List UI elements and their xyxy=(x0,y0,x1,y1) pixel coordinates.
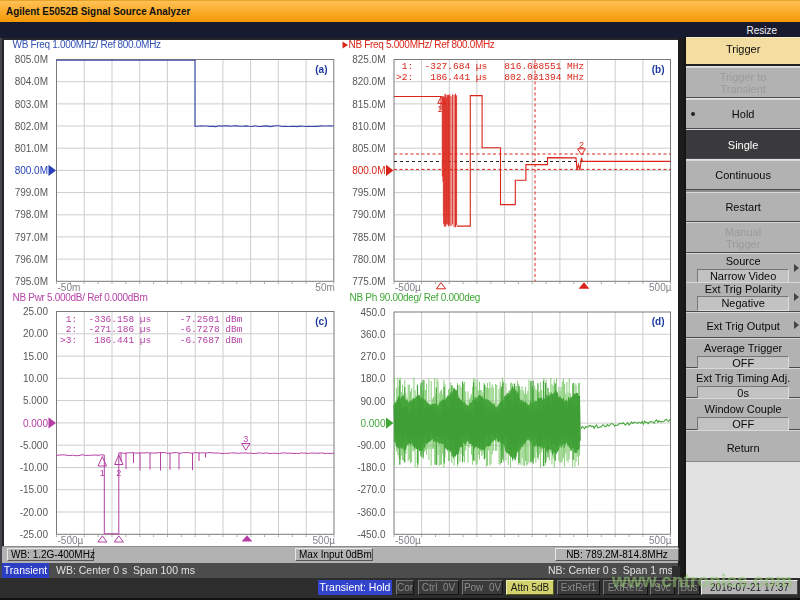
svg-text:0.000: 0.000 xyxy=(360,418,385,429)
svg-text:>3: 186.441 µs -6.7687 d: >3: 186.441 µs -6.7687 dBm xyxy=(60,335,243,346)
svg-text:1: -327.684 µs 816.688551 M: 1: -327.684 µs 816.688551 MHz xyxy=(396,61,584,72)
svg-text:50m: 50m xyxy=(315,282,334,293)
svg-text:25.00: 25.00 xyxy=(23,306,48,317)
svg-text:-360.0: -360.0 xyxy=(357,507,386,518)
svg-text:(a): (a) xyxy=(315,64,327,75)
svg-text:790.0M: 790.0M xyxy=(352,209,385,220)
svg-text:804.0M: 804.0M xyxy=(15,76,48,87)
svg-text:780.0M: 780.0M xyxy=(352,254,385,265)
svg-text:-25.00: -25.00 xyxy=(20,529,49,540)
svg-text:-450.0: -450.0 xyxy=(357,529,386,540)
svg-text:-15.00: -15.00 xyxy=(20,484,49,495)
svg-text:1: 1 xyxy=(100,468,105,478)
svg-text:NB Ph 90.00deg/ Ref 0.000deg: NB Ph 90.00deg/ Ref 0.000deg xyxy=(350,292,481,303)
svg-text:-90.00: -90.00 xyxy=(357,440,386,451)
svg-text:820.0M: 820.0M xyxy=(352,76,385,87)
svg-text:-20.00: -20.00 xyxy=(20,507,49,518)
svg-text:-270.0: -270.0 xyxy=(357,484,386,495)
svg-text:-500µ: -500µ xyxy=(58,535,84,546)
svg-text:>2: 186.441 µs 802.031394: >2: 186.441 µs 802.031394 MHz xyxy=(396,72,584,83)
svg-text:1: 1 xyxy=(437,104,442,114)
svg-text:815.0M: 815.0M xyxy=(352,99,385,110)
svg-text:797.0M: 797.0M xyxy=(15,232,48,243)
svg-text:500µ: 500µ xyxy=(313,535,336,546)
svg-text:798.0M: 798.0M xyxy=(15,209,48,220)
svg-text:10.00: 10.00 xyxy=(23,373,48,384)
svg-text:3: 3 xyxy=(243,434,248,444)
svg-text:(b): (b) xyxy=(652,64,665,75)
svg-text:(d): (d) xyxy=(652,316,665,327)
svg-text:795.0M: 795.0M xyxy=(352,187,385,198)
svg-text:500µ: 500µ xyxy=(649,535,672,546)
svg-text:775.0M: 775.0M xyxy=(352,276,385,287)
svg-text:2: 2 xyxy=(116,468,121,478)
svg-text:800.0M: 800.0M xyxy=(15,165,48,176)
svg-text:90.00: 90.00 xyxy=(360,396,385,407)
svg-text:NB Freq 5.000MHz/ Ref 800.0MHz: NB Freq 5.000MHz/ Ref 800.0MHz xyxy=(349,39,495,50)
svg-text:270.0: 270.0 xyxy=(360,351,385,362)
svg-text:-5.000: -5.000 xyxy=(20,440,49,451)
svg-text:785.0M: 785.0M xyxy=(352,232,385,243)
svg-text:20.00: 20.00 xyxy=(23,328,48,339)
svg-text:(c): (c) xyxy=(315,316,327,327)
svg-text:5.000: 5.000 xyxy=(23,395,48,406)
svg-text:0.000: 0.000 xyxy=(23,418,48,429)
svg-text:-10.00: -10.00 xyxy=(20,462,49,473)
svg-text:795.0M: 795.0M xyxy=(15,276,48,287)
svg-text:801.0M: 801.0M xyxy=(15,143,48,154)
svg-text:500µ: 500µ xyxy=(649,282,672,293)
svg-text:805.0M: 805.0M xyxy=(352,143,385,154)
svg-text:WB Freq 1.000MHz/ Ref 800.0MHz: WB Freq 1.000MHz/ Ref 800.0MHz xyxy=(13,39,162,50)
svg-text:180.0: 180.0 xyxy=(360,373,385,384)
svg-text:NB Pwr 5.000dB/ Ref 0.000dBm: NB Pwr 5.000dB/ Ref 0.000dBm xyxy=(13,292,148,303)
svg-text:796.0M: 796.0M xyxy=(15,254,48,265)
svg-text:15.00: 15.00 xyxy=(23,351,48,362)
svg-text:805.0M: 805.0M xyxy=(15,54,48,65)
svg-text:825.0M: 825.0M xyxy=(352,54,385,65)
svg-text:803.0M: 803.0M xyxy=(15,99,48,110)
svg-text:810.0M: 810.0M xyxy=(352,121,385,132)
svg-text:-180.0: -180.0 xyxy=(357,462,386,473)
svg-text:450.0: 450.0 xyxy=(360,307,385,318)
svg-text:799.0M: 799.0M xyxy=(15,187,48,198)
svg-text:802.0M: 802.0M xyxy=(15,121,48,132)
svg-text:360.0: 360.0 xyxy=(360,329,385,340)
svg-text:800.0M: 800.0M xyxy=(352,165,385,176)
svg-text:-500µ: -500µ xyxy=(395,535,421,546)
